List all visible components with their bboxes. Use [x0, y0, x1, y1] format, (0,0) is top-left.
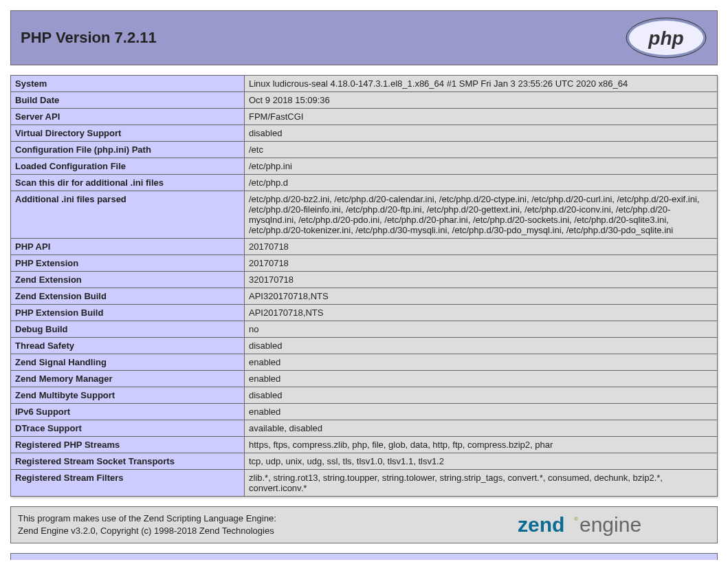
info-value: Linux ludicrous-seal 4.18.0-147.3.1.el8_… [245, 76, 718, 92]
info-value: /etc [245, 142, 718, 158]
table-row: PHP Extension20170718 [11, 255, 718, 272]
info-value: enabled [245, 354, 718, 371]
info-label: Virtual Directory Support [11, 125, 245, 142]
table-row: Loaded Configuration File/etc/php.ini [11, 158, 718, 175]
info-label: Additional .ini files parsed [11, 191, 245, 239]
svg-text:zend: zend [518, 513, 564, 536]
info-value: 20170718 [245, 255, 718, 272]
info-value: disabled [245, 125, 718, 142]
info-value: https, ftps, compress.zlib, php, file, g… [245, 437, 718, 453]
table-row: Debug Buildno [11, 321, 718, 338]
table-row: Additional .ini files parsed/etc/php.d/2… [11, 191, 718, 239]
info-value: API320170718,NTS [245, 288, 718, 305]
table-row: Registered Stream Socket Transportstcp, … [11, 453, 718, 470]
page-header: PHP Version 7.2.11 php [10, 10, 718, 65]
zend-credits-text: This program makes use of the Zend Scrip… [18, 512, 276, 537]
info-label: Server API [11, 109, 245, 125]
info-label: PHP Extension Build [11, 305, 245, 321]
info-label: Registered Stream Filters [11, 470, 245, 497]
info-value: zlib.*, string.rot13, string.toupper, st… [245, 470, 718, 497]
info-value: /etc/php.d [245, 175, 718, 191]
info-label: Zend Extension Build [11, 288, 245, 305]
info-value: enabled [245, 371, 718, 387]
info-label: Zend Extension [11, 272, 245, 288]
zend-engine-logo-icon: zend ® engine [518, 512, 710, 537]
table-row: DTrace Supportavailable, disabled [11, 420, 718, 437]
php-logo-icon: php [625, 17, 707, 59]
info-value: tcp, udp, unix, udg, ssl, tls, tlsv1.0, … [245, 453, 718, 470]
table-row: Zend Memory Managerenabled [11, 371, 718, 387]
table-row: Configuration File (php.ini) Path/etc [11, 142, 718, 158]
info-label: Build Date [11, 92, 245, 109]
next-section-stub [10, 553, 718, 560]
info-label: IPv6 Support [11, 404, 245, 420]
info-label: Zend Signal Handling [11, 354, 245, 371]
table-row: IPv6 Supportenabled [11, 404, 718, 420]
info-value: Oct 9 2018 15:09:36 [245, 92, 718, 109]
table-row: Build DateOct 9 2018 15:09:36 [11, 92, 718, 109]
info-label: DTrace Support [11, 420, 245, 437]
svg-text:®: ® [574, 516, 578, 522]
info-label: Loaded Configuration File [11, 158, 245, 175]
table-row: Registered PHP Streamshttps, ftps, compr… [11, 437, 718, 453]
svg-text:php: php [648, 28, 683, 49]
table-row: Registered Stream Filterszlib.*, string.… [11, 470, 718, 497]
info-label: System [11, 76, 245, 92]
info-label: Zend Multibyte Support [11, 387, 245, 404]
zend-credits-line2: Zend Engine v3.2.0, Copyright (c) 1998-2… [18, 526, 274, 536]
table-row: Thread Safetydisabled [11, 338, 718, 354]
table-row: Server APIFPM/FastCGI [11, 109, 718, 125]
phpinfo-table: SystemLinux ludicrous-seal 4.18.0-147.3.… [10, 75, 718, 497]
table-row: Virtual Directory Supportdisabled [11, 125, 718, 142]
table-row: Zend Multibyte Supportdisabled [11, 387, 718, 404]
table-row: Zend Signal Handlingenabled [11, 354, 718, 371]
zend-credits-box: This program makes use of the Zend Scrip… [10, 506, 718, 543]
info-label: Thread Safety [11, 338, 245, 354]
table-row: SystemLinux ludicrous-seal 4.18.0-147.3.… [11, 76, 718, 92]
info-value: available, disabled [245, 420, 718, 437]
info-value: disabled [245, 338, 718, 354]
info-label: Registered Stream Socket Transports [11, 453, 245, 470]
info-value: FPM/FastCGI [245, 109, 718, 125]
info-value: enabled [245, 404, 718, 420]
table-row: Scan this dir for additional .ini files/… [11, 175, 718, 191]
info-label: Zend Memory Manager [11, 371, 245, 387]
table-row: PHP Extension BuildAPI20170718,NTS [11, 305, 718, 321]
info-value: /etc/php.ini [245, 158, 718, 175]
info-value: /etc/php.d/20-bz2.ini, /etc/php.d/20-cal… [245, 191, 718, 239]
table-row: Zend Extension320170718 [11, 272, 718, 288]
info-label: PHP API [11, 239, 245, 255]
info-label: Scan this dir for additional .ini files [11, 175, 245, 191]
info-value: 320170718 [245, 272, 718, 288]
table-row: Zend Extension BuildAPI320170718,NTS [11, 288, 718, 305]
table-row: PHP API20170718 [11, 239, 718, 255]
svg-text:engine: engine [580, 513, 641, 536]
info-value: API20170718,NTS [245, 305, 718, 321]
page-title: PHP Version 7.2.11 [21, 29, 157, 47]
zend-credits-line1: This program makes use of the Zend Scrip… [18, 513, 276, 523]
info-label: PHP Extension [11, 255, 245, 272]
info-label: Registered PHP Streams [11, 437, 245, 453]
info-value: no [245, 321, 718, 338]
info-label: Configuration File (php.ini) Path [11, 142, 245, 158]
info-value: 20170718 [245, 239, 718, 255]
info-value: disabled [245, 387, 718, 404]
info-label: Debug Build [11, 321, 245, 338]
